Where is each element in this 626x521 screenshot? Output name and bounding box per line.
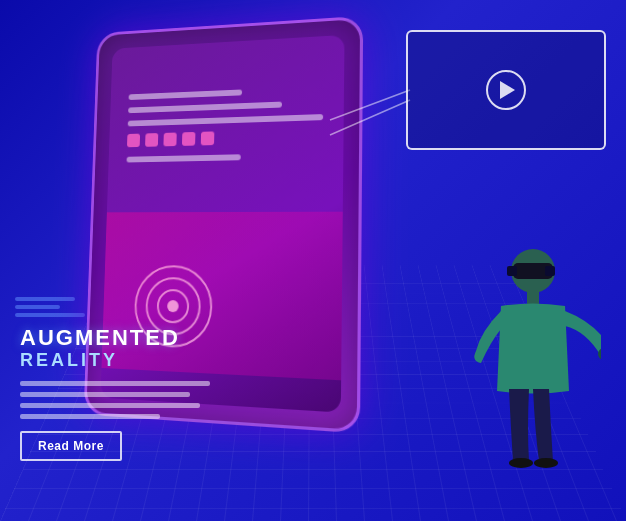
svg-point-12: [534, 458, 558, 468]
main-scene: AUGMENTED REALITY Read More: [0, 0, 626, 521]
screen-line-4: [127, 154, 242, 162]
person-svg: [461, 241, 601, 471]
screen-dot: [145, 133, 158, 147]
text-content-area: AUGMENTED REALITY Read More: [20, 326, 220, 461]
augmented-title: AUGMENTED: [20, 326, 220, 350]
read-more-button[interactable]: Read More: [20, 431, 122, 461]
screen-line-1: [129, 89, 243, 100]
screen-dot: [163, 133, 176, 147]
text-line-2: [20, 392, 190, 397]
video-card[interactable]: [406, 30, 606, 150]
screen-dots: [127, 128, 323, 147]
svg-rect-9: [545, 266, 555, 276]
screen-line-2: [128, 102, 282, 114]
reality-title: REALITY: [20, 350, 220, 371]
svg-point-11: [509, 458, 533, 468]
screen-line-3: [128, 114, 323, 126]
description-lines: [20, 381, 220, 419]
ar-person: [461, 241, 591, 461]
play-icon: [500, 81, 515, 99]
screen-dot: [201, 131, 215, 145]
svg-rect-8: [507, 266, 517, 276]
text-line-3: [20, 403, 200, 408]
text-line-1: [20, 381, 210, 386]
screen-ui: [126, 86, 323, 170]
screen-dot: [127, 134, 140, 148]
decorative-bars: [15, 297, 85, 321]
screen-dot: [182, 132, 195, 146]
play-button[interactable]: [486, 70, 526, 110]
text-line-4: [20, 414, 160, 419]
